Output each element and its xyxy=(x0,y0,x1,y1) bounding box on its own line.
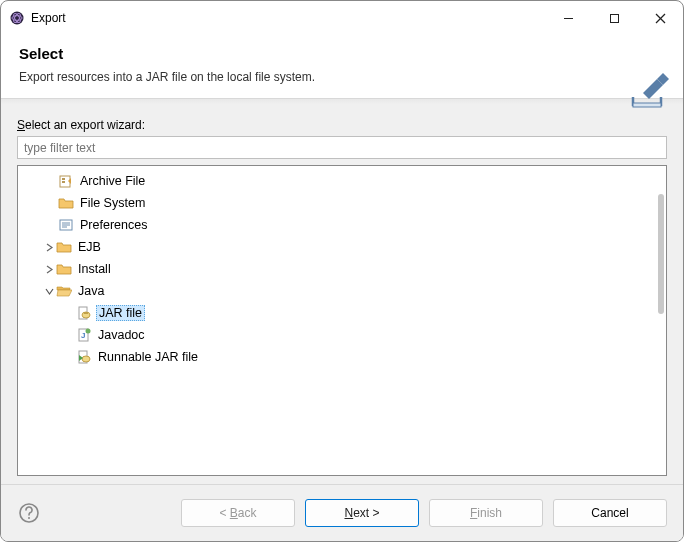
tree-item-label: Preferences xyxy=(78,218,149,232)
wizard-header: Select Export resources into a JAR file … xyxy=(1,35,683,98)
folder-icon xyxy=(56,239,72,255)
tree-item-label: Install xyxy=(76,262,113,276)
folder-icon xyxy=(56,261,72,277)
svg-text:J: J xyxy=(81,331,85,340)
tree-item-preferences[interactable]: Preferences xyxy=(18,214,666,236)
eclipse-icon xyxy=(9,10,25,26)
tree-viewport[interactable]: Archive File File System Preferences EJB… xyxy=(18,166,666,475)
minimize-button[interactable] xyxy=(545,1,591,35)
chevron-down-icon[interactable] xyxy=(42,287,56,296)
tree-folder-install[interactable]: Install xyxy=(18,258,666,280)
tree-item-label: Java xyxy=(76,284,106,298)
filter-input[interactable] xyxy=(17,136,667,159)
maximize-button[interactable] xyxy=(591,1,637,35)
tree-item-file-system[interactable]: File System xyxy=(18,192,666,214)
window-controls xyxy=(545,1,683,35)
tree-item-label: Javadoc xyxy=(96,328,147,342)
page-title: Select xyxy=(19,45,665,62)
chevron-right-icon[interactable] xyxy=(42,243,56,252)
tree-item-label: Archive File xyxy=(78,174,147,188)
svg-rect-8 xyxy=(633,103,661,107)
help-button[interactable] xyxy=(17,501,41,525)
folder-open-icon xyxy=(56,283,72,299)
window-title: Export xyxy=(31,11,545,25)
javadoc-icon: J xyxy=(76,327,92,343)
svg-rect-18 xyxy=(84,312,88,314)
wizard-footer: < Back Next > Finish Cancel xyxy=(1,485,683,541)
finish-button: Finish xyxy=(429,499,543,527)
tree-item-label: EJB xyxy=(76,240,103,254)
titlebar: Export xyxy=(1,1,683,35)
tree-item-label: File System xyxy=(78,196,147,210)
close-button[interactable] xyxy=(637,1,683,35)
wizard-body: Select an export wizard: Archive File Fi… xyxy=(1,104,683,484)
tree-item-runnable-jar[interactable]: Runnable JAR file xyxy=(18,346,666,368)
svg-rect-10 xyxy=(62,178,65,180)
file-system-icon xyxy=(58,195,74,211)
runnable-jar-icon xyxy=(76,349,92,365)
tree-item-javadoc[interactable]: J Javadoc xyxy=(18,324,666,346)
tree-item-archive-file[interactable]: Archive File xyxy=(18,170,666,192)
tree-folder-ejb[interactable]: EJB xyxy=(18,236,666,258)
archive-file-icon xyxy=(58,173,74,189)
tree-item-label: JAR file xyxy=(96,305,145,321)
page-description: Export resources into a JAR file on the … xyxy=(19,70,665,84)
tree-folder-java[interactable]: Java xyxy=(18,280,666,302)
export-banner-icon xyxy=(623,63,671,115)
tree-item-label: Runnable JAR file xyxy=(96,350,200,364)
svg-rect-11 xyxy=(62,181,65,183)
select-wizard-label: Select an export wizard: xyxy=(17,118,667,132)
wizard-tree: Archive File File System Preferences EJB… xyxy=(17,165,667,476)
chevron-right-icon[interactable] xyxy=(42,265,56,274)
svg-point-21 xyxy=(86,329,91,334)
scrollbar-thumb[interactable] xyxy=(658,194,664,314)
cancel-button[interactable]: Cancel xyxy=(553,499,667,527)
next-button[interactable]: Next > xyxy=(305,499,419,527)
svg-rect-5 xyxy=(610,14,618,22)
preferences-icon xyxy=(58,217,74,233)
svg-point-25 xyxy=(28,517,30,519)
jar-file-icon xyxy=(76,305,92,321)
back-button: < Back xyxy=(181,499,295,527)
svg-point-23 xyxy=(82,356,90,362)
tree-item-jar-file[interactable]: JAR file xyxy=(18,302,666,324)
